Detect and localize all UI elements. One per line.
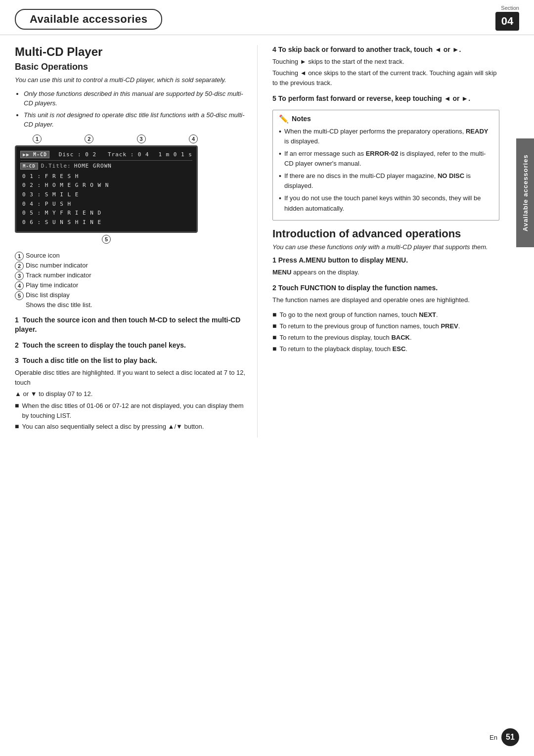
legend-text-5: Disc list display [26,291,70,299]
legend-item-5b: Shows the disc title list. [15,301,247,309]
adv-bullet-marker-3: ■ [272,332,276,343]
note-2: • If an error message such as ERROR-02 i… [279,149,493,169]
bullet-list: Only those functions described in this m… [24,89,247,130]
advanced-italic: You can use these functions only with a … [272,242,499,252]
note-3: • If there are no discs in the multi-CD … [279,171,493,191]
legend-text-3: Track number indicator [26,271,91,279]
basic-ops-italic: You can use this unit to control a multi… [15,75,247,85]
advanced-section: Introduction of advanced operations You … [272,227,499,354]
bullet-item-1: Only those functions described in this m… [24,89,247,108]
legend-num-5: 5 [15,291,24,300]
screen-dtitle-label: D.Title: [41,163,71,169]
basic-ops-title: Basic Operations [15,62,247,72]
screen-dtitle-row: M-CD D.Title: HOME GROWN [20,163,192,170]
header-title: Available accessories [15,9,162,30]
adv-bullet-3: ■ To return to the previous display, tou… [272,333,499,343]
step-4-body-p2: Touching ◄ once skips to the start of th… [272,68,499,88]
list-item-5: 0 5 : M Y F R I E N D [20,209,192,218]
note-1: • When the multi-CD player performs the … [279,127,493,146]
step-3-heading: 3 Touch a disc title on the list to play… [15,356,247,366]
adv-step-1-menu: MENU [272,268,291,276]
callout-1: 1 [33,134,42,143]
step-1-text: Touch the source icon and then touch M-C… [15,316,240,334]
note-text-4: If you do not use the touch panel keys w… [284,193,493,213]
notes-icon: ✏️ [279,114,289,124]
note-text-1: When the multi-CD player performs the pr… [284,127,493,146]
main-content: Multi-CD Player Basic Operations You can… [0,35,534,447]
legend-text-5b: Shows the disc title list. [26,301,92,309]
step-2-num: 2 [15,341,23,349]
screen-mcd-small: M-CD [20,163,38,170]
legend: 1 Source icon 2 Disc number indicator 3 … [15,252,247,309]
adv-step-1-text: appears on the display. [293,268,359,276]
step-5-heading: 5 To perform fast forward or reverse, ke… [272,94,499,104]
adv-bullet-1: ■ To go to the next group of function na… [272,310,499,320]
legend-num-2: 2 [15,262,24,270]
legend-text-4: Play time indicator [26,281,78,289]
note-bullet-1: • [279,127,281,137]
right-col-inner: 4 To skip back or forward to another tra… [263,45,499,354]
adv-bullet-marker-4: ■ [272,344,276,354]
screen-disc-track: Disc : 0 2 Track : 0 4 [59,151,149,158]
adv-bullet-2-text: To return to the previous group of funct… [279,321,460,331]
adv-bullet-4: ■ To return to the playback display, tou… [272,344,499,354]
step-3-text: Touch a disc title on the list to play b… [23,356,157,364]
note-text-3: If there are no discs in the multi-CD pl… [284,171,493,191]
sidebar-label: Available accessories [516,138,534,247]
list-item-3: 0 3 : S M I L E [20,190,192,200]
legend-num-3: 3 [15,271,24,280]
adv-step-2-heading: 2 Touch FUNCTION to display the function… [272,283,499,293]
advanced-title: Introduction of advanced operations [272,227,499,240]
step-4: 4 To skip back or forward to another tra… [272,45,499,88]
screen-time: 1 m 0 1 s [158,151,192,158]
step-3: 3 Touch a disc title on the list to play… [15,356,247,432]
step-2: 2 Touch the screen to display the touch … [15,341,247,351]
list-item-6: 0 6 : S U N S H I N E [20,218,192,227]
adv-step-1-body: MENU appears on the display. [272,267,499,277]
note-bullet-4: • [279,193,281,204]
step-1: 1 Touch the source icon and then touch M… [15,315,247,335]
note-4: • If you do not use the touch panel keys… [279,193,493,213]
step-4-heading: 4 To skip back or forward to another tra… [272,45,499,55]
right-column: 4 To skip back or forward to another tra… [257,45,499,438]
step-3-bullet-1: ■ When the disc titles of 01-06 or 07-12… [15,401,247,420]
list-item-1: 0 1 : F R E S H [20,172,192,181]
note-bullet-3: • [279,171,281,182]
step-4-body-p1: Touching ► skips to the start of the nex… [272,57,499,67]
main-title: Multi-CD Player [15,45,247,59]
step-1-num: 1 [15,316,23,324]
note-text-2: If an error message such as ERROR-02 is … [284,149,493,169]
step-3-body-p2: ▲ or ▼ to display 07 to 12. [15,389,247,399]
step-4-body: Touching ► skips to the start of the nex… [272,57,499,88]
adv-bullet-2: ■ To return to the previous group of fun… [272,321,499,331]
callout-3: 3 [137,134,146,143]
screen-mcd-badge: ▶▶ M-CD [20,151,49,158]
page-footer: En 51 [490,728,519,746]
step-2-heading: 2 Touch the screen to display the touch … [15,341,247,351]
legend-text-2: Disc number indicator [26,262,88,269]
adv-step-1-heading: 1 Press A.MENU button to display MENU. [272,256,499,266]
section-box: Section 04 [495,5,519,31]
step-3-num: 3 [15,356,23,364]
section-label: Section [501,5,519,11]
screen-list: 0 1 : F R E S H 0 2 : H O M E G R O W N … [20,172,192,227]
footer-en-label: En [490,734,497,741]
notes-label: Notes [292,115,311,123]
adv-bullet-marker-1: ■ [272,310,276,320]
legend-item-4: 4 Play time indicator [15,281,247,290]
adv-bullet-4-text: To return to the playback display, touch… [279,344,407,354]
section-number: 04 [495,12,519,31]
notes-title: ✏️ Notes [279,114,493,124]
adv-bullet-3-text: To return to the previous display, touch… [279,333,411,343]
list-item-4: 0 4 : P U S H [20,200,192,209]
step-1-heading: 1 Touch the source icon and then touch M… [15,315,247,335]
step-3-body: Operable disc titles are highlighted. If… [15,368,247,399]
footer-page-number: 51 [501,728,519,746]
page-header: Available accessories Section 04 [0,0,534,35]
step-3-body-p1: Operable disc titles are highlighted. If… [15,368,247,388]
bullet-marker-1: ■ [15,400,19,411]
left-column: Multi-CD Player Basic Operations You can… [15,45,257,438]
legend-num-4: 4 [15,281,24,290]
adv-bullet-1-text: To go to the next group of function name… [279,310,438,320]
legend-item-5: 5 Disc list display [15,291,247,300]
